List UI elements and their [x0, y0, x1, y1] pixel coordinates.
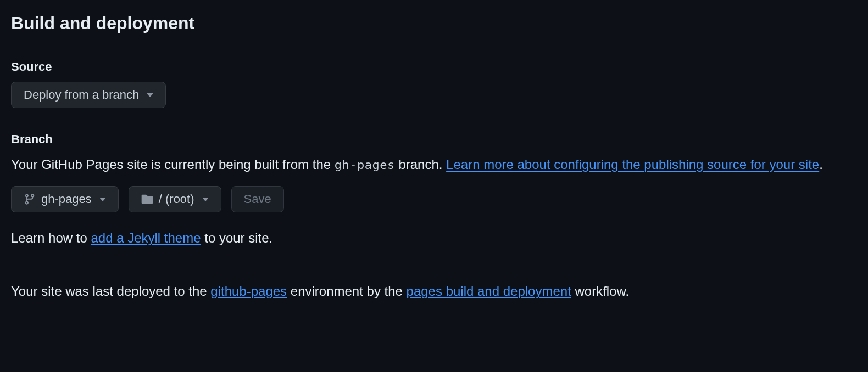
source-dropdown[interactable]: Deploy from a branch	[11, 82, 166, 108]
environment-link[interactable]: github-pages	[210, 284, 287, 298]
branch-desc-mid: branch.	[395, 157, 446, 172]
branch-code: gh-pages	[335, 158, 395, 172]
branch-subsection: Branch Your GitHub Pages site is current…	[11, 132, 857, 249]
folder-selector[interactable]: / (root)	[129, 186, 221, 212]
branch-desc-prefix: Your GitHub Pages site is currently bein…	[11, 157, 335, 172]
workflow-link[interactable]: pages build and deployment	[407, 284, 571, 298]
source-dropdown-label: Deploy from a branch	[24, 89, 139, 101]
folder-icon	[141, 193, 153, 205]
branch-selector-label: gh-pages	[41, 193, 92, 205]
jekyll-suffix: to your site.	[201, 230, 273, 245]
source-label: Source	[11, 60, 857, 74]
section-title: Build and deployment	[11, 13, 857, 33]
save-button[interactable]: Save	[231, 186, 284, 212]
branch-selector[interactable]: gh-pages	[11, 186, 119, 212]
deploy-mid: environment by the	[287, 284, 406, 298]
folder-selector-label: / (root)	[159, 193, 194, 205]
branch-desc-suffix: .	[819, 157, 823, 172]
branch-label: Branch	[11, 132, 857, 146]
chevron-down-icon	[202, 198, 209, 201]
jekyll-theme-link[interactable]: add a Jekyll theme	[91, 230, 201, 245]
deploy-suffix: workflow.	[571, 284, 629, 298]
learn-publishing-link[interactable]: Learn more about configuring the publish…	[446, 157, 819, 172]
branch-controls-row: gh-pages / (root) Save	[11, 186, 857, 212]
jekyll-prefix: Learn how to	[11, 230, 91, 245]
git-branch-icon	[24, 193, 36, 205]
save-button-label: Save	[244, 193, 271, 205]
deploy-info: Your site was last deployed to the githu…	[11, 281, 857, 302]
jekyll-line: Learn how to add a Jekyll theme to your …	[11, 228, 857, 249]
source-subsection: Source Deploy from a branch	[11, 60, 857, 108]
chevron-down-icon	[99, 198, 106, 201]
deploy-prefix: Your site was last deployed to the	[11, 284, 210, 298]
branch-description: Your GitHub Pages site is currently bein…	[11, 154, 857, 175]
chevron-down-icon	[147, 93, 153, 97]
